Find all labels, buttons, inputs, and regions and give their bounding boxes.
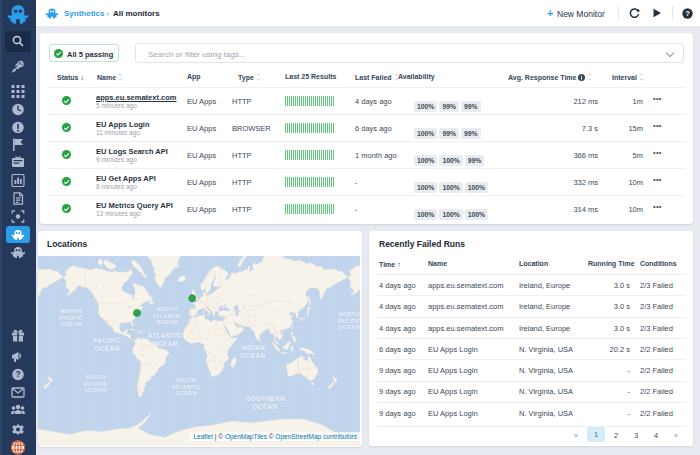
svg-text:?: ? <box>15 369 20 379</box>
svg-text:?: ? <box>685 9 690 18</box>
